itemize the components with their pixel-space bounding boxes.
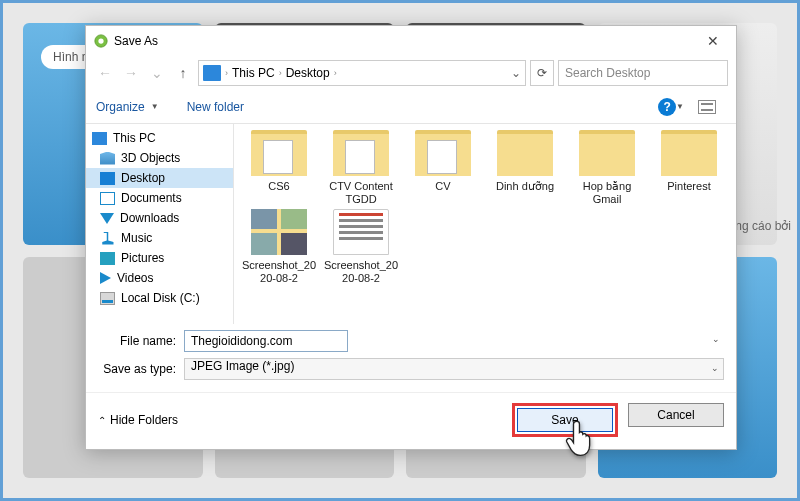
pictures-icon	[100, 252, 115, 265]
dialog-body: This PC 3D Objects Desktop Documents Dow…	[86, 124, 736, 324]
savetype-value: JPEG Image (*.jpg)	[191, 359, 294, 373]
new-folder-button[interactable]: New folder	[187, 100, 244, 114]
file-label: Pinterest	[652, 180, 726, 193]
desktop-icon	[100, 172, 115, 185]
file-label: CV	[406, 180, 480, 193]
tree-label: Pictures	[121, 251, 164, 265]
file-item[interactable]: Pinterest	[652, 130, 726, 205]
file-grid[interactable]: CS6 CTV Content TGDD CV Dinh dưỡng Hop b…	[234, 124, 736, 324]
tree-item-3dobjects[interactable]: 3D Objects	[86, 148, 233, 168]
tree-item-localdisk[interactable]: Local Disk (C:)	[86, 288, 233, 308]
help-button[interactable]: ?	[658, 98, 676, 116]
chevron-right-icon: ›	[279, 68, 282, 78]
chevron-right-icon: ›	[334, 68, 337, 78]
file-item[interactable]: Hop bằng Gmail	[570, 130, 644, 205]
toolbar: Organize ▼ New folder ? ▼	[86, 90, 736, 124]
file-label: CS6	[242, 180, 316, 193]
hide-folders-label: Hide Folders	[110, 413, 178, 427]
tree-item-music[interactable]: Music	[86, 228, 233, 248]
tree-label: Downloads	[120, 211, 179, 225]
nav-forward-button[interactable]: →	[120, 62, 142, 84]
file-item[interactable]: Screenshot_2020-08-2	[242, 209, 316, 284]
pointer-hand-icon	[565, 418, 599, 458]
file-label: Hop bằng Gmail	[570, 180, 644, 205]
tree-item-documents[interactable]: Documents	[86, 188, 233, 208]
file-label: CTV Content TGDD	[324, 180, 398, 205]
breadcrumb[interactable]: This PC	[232, 66, 275, 80]
nav-row: ← → ⌄ ↑ › This PC › Desktop › ⌄ ⟳ Search…	[86, 56, 736, 90]
chevron-down-icon: ⌄	[711, 363, 719, 373]
app-icon	[94, 34, 108, 48]
svg-point-1	[98, 38, 103, 43]
dialog-title: Save As	[114, 34, 158, 48]
music-icon	[100, 232, 115, 245]
tree-label: Documents	[121, 191, 182, 205]
file-item[interactable]: CS6	[242, 130, 316, 205]
file-item[interactable]: CV	[406, 130, 480, 205]
refresh-button[interactable]: ⟳	[530, 60, 554, 86]
close-button[interactable]: ✕	[698, 33, 728, 49]
nav-recent-button[interactable]: ⌄	[146, 62, 168, 84]
filename-label: File name:	[98, 334, 184, 348]
save-as-dialog: Save As ✕ ← → ⌄ ↑ › This PC › Desktop › …	[85, 25, 737, 450]
nav-up-button[interactable]: ↑	[172, 62, 194, 84]
save-highlight: Save	[512, 403, 618, 437]
address-bar[interactable]: › This PC › Desktop › ⌄	[198, 60, 526, 86]
titlebar: Save As ✕	[86, 26, 736, 56]
chevron-down-icon: ▼	[151, 102, 159, 111]
file-item[interactable]: Screenshot_2020-08-2	[324, 209, 398, 284]
thispc-icon	[203, 65, 221, 81]
breadcrumb[interactable]: Desktop	[286, 66, 330, 80]
tree-label: This PC	[113, 131, 156, 145]
documents-icon	[100, 192, 115, 205]
chevron-up-icon: ⌃	[98, 415, 106, 426]
tree-label: Music	[121, 231, 152, 245]
arrow-up-icon: ↑	[180, 65, 187, 81]
file-item[interactable]: CTV Content TGDD	[324, 130, 398, 205]
chevron-down-icon[interactable]: ▼	[676, 102, 684, 111]
3d-objects-icon	[100, 152, 115, 165]
close-icon: ✕	[707, 33, 719, 49]
savetype-select[interactable]: JPEG Image (*.jpg) ⌄	[184, 358, 724, 380]
chevron-right-icon: ›	[225, 68, 228, 78]
search-placeholder: Search Desktop	[565, 66, 650, 80]
help-icon: ?	[663, 100, 670, 114]
arrow-right-icon: →	[124, 65, 138, 81]
savetype-label: Save as type:	[98, 362, 184, 376]
file-label: Dinh dưỡng	[488, 180, 562, 193]
tree-item-desktop[interactable]: Desktop	[86, 168, 233, 188]
disk-icon	[100, 292, 115, 305]
arrow-left-icon: ←	[98, 65, 112, 81]
tree-label: 3D Objects	[121, 151, 180, 165]
file-label: Screenshot_2020-08-2	[324, 259, 398, 284]
tree-item-pictures[interactable]: Pictures	[86, 248, 233, 268]
chevron-down-icon: ⌄	[151, 65, 163, 81]
file-item[interactable]: Dinh dưỡng	[488, 130, 562, 205]
organize-button[interactable]: Organize	[96, 100, 145, 114]
address-dropdown[interactable]: ⌄	[511, 66, 521, 80]
downloads-icon	[100, 213, 114, 224]
tree-item-downloads[interactable]: Downloads	[86, 208, 233, 228]
videos-icon	[100, 272, 111, 284]
view-mode-button[interactable]	[698, 100, 716, 114]
tree-label: Desktop	[121, 171, 165, 185]
thispc-icon	[92, 132, 107, 145]
dialog-footer: ⌃ Hide Folders Save Cancel	[86, 392, 736, 449]
search-input[interactable]: Search Desktop	[558, 60, 728, 86]
tree-item-videos[interactable]: Videos	[86, 268, 233, 288]
refresh-icon: ⟳	[537, 66, 547, 80]
cancel-button[interactable]: Cancel	[628, 403, 724, 427]
nav-back-button[interactable]: ←	[94, 62, 116, 84]
chevron-down-icon[interactable]: ⌄	[712, 334, 720, 344]
field-area: File name: ⌄ Save as type: JPEG Image (*…	[86, 324, 736, 392]
tree-label: Local Disk (C:)	[121, 291, 200, 305]
tree-label: Videos	[117, 271, 153, 285]
file-label: Screenshot_2020-08-2	[242, 259, 316, 284]
hide-folders-button[interactable]: ⌃ Hide Folders	[98, 413, 178, 427]
tree-thispc[interactable]: This PC	[86, 128, 233, 148]
nav-tree: This PC 3D Objects Desktop Documents Dow…	[86, 124, 234, 324]
filename-input[interactable]	[184, 330, 348, 352]
